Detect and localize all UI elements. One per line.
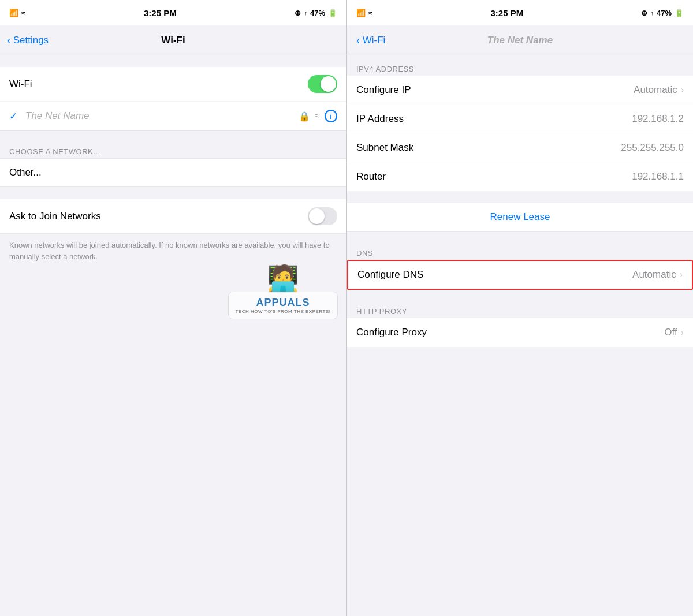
renew-lease-button[interactable]: Renew Lease	[347, 203, 693, 231]
signal-icon: 📶	[9, 9, 18, 17]
right-status-bar: 📶 ≈ 3:25 PM ⊕ ↑ 47% 🔋	[347, 0, 693, 25]
dns-header: DNS	[347, 243, 693, 260]
ask-to-join-description: Known networks will be joined automatica…	[0, 234, 346, 271]
right-battery-icon: 🔋	[675, 9, 684, 17]
right-status-time: 3:25 PM	[490, 8, 523, 18]
http-proxy-header: HTTP PROXY	[347, 301, 693, 318]
watermark-logo: APPUALS	[236, 297, 331, 309]
watermark-sub: TECH HOW-TO'S FROM THE EXPERTS!	[236, 309, 331, 314]
left-status-bar: 📶 ≈ 3:25 PM ⊕ ↑ 47% 🔋	[0, 0, 346, 25]
router-row[interactable]: Router 192.168.1.1	[347, 162, 693, 191]
ipv4-header: IPV4 ADDRESS	[347, 60, 693, 76]
right-nav-bar: ‹ Wi-Fi The Net Name	[347, 25, 693, 55]
network-info-button[interactable]: i	[325, 110, 337, 122]
network-icons: 🔒 ≈ i	[299, 110, 337, 122]
configure-proxy-label: Configure Proxy	[356, 327, 427, 338]
ask-to-join-toggle[interactable]	[308, 207, 337, 225]
right-panel: 📶 ≈ 3:25 PM ⊕ ↑ 47% 🔋 ‹ Wi-Fi The Net Na…	[346, 0, 693, 616]
back-label[interactable]: Settings	[13, 35, 49, 46]
right-back-chevron-icon: ‹	[356, 33, 360, 47]
left-nav-bar: ‹ Settings Wi-Fi	[0, 25, 346, 55]
configure-ip-row[interactable]: Configure IP Automatic ›	[347, 76, 693, 104]
http-proxy-section: HTTP PROXY Configure Proxy Off ›	[347, 301, 693, 347]
left-status-left: 📶 ≈	[9, 9, 25, 17]
left-status-time: 3:25 PM	[144, 8, 177, 18]
ip-address-value: 192.168.1.2	[632, 113, 684, 125]
connected-network-row[interactable]: ✓ The Net Name 🔒 ≈ i	[0, 102, 346, 131]
subnet-mask-row[interactable]: Subnet Mask 255.255.255.0	[347, 133, 693, 162]
right-arrow-icon: ↑	[650, 9, 654, 16]
lock-icon: 🔒	[299, 111, 310, 122]
battery-percent: 47%	[310, 9, 325, 17]
ask-to-join-row[interactable]: Ask to Join Networks	[0, 199, 346, 234]
subnet-mask-label: Subnet Mask	[356, 142, 413, 154]
subnet-mask-value: 255.255.255.0	[621, 142, 684, 154]
configure-dns-row[interactable]: Configure DNS Automatic ›	[347, 260, 693, 290]
watermark: 🧑‍💻 APPUALS TECH HOW-TO'S FROM THE EXPER…	[225, 266, 341, 319]
wifi-status-icon: ≈	[21, 9, 25, 17]
right-wifi-icon: ≈	[368, 9, 372, 17]
ask-to-join-toggle-knob	[309, 208, 325, 224]
right-back-label[interactable]: Wi-Fi	[363, 35, 386, 46]
right-location-icon: ⊕	[641, 9, 647, 17]
proxy-chevron-icon: ›	[681, 327, 684, 338]
configure-dns-label: Configure DNS	[357, 269, 423, 281]
wifi-toggle-section: Wi-Fi	[0, 67, 346, 101]
dns-chevron-icon: ›	[680, 270, 683, 280]
ip-address-row[interactable]: IP Address 192.168.1.2	[347, 104, 693, 133]
choose-network-header: CHOOSE A NETWORK...	[0, 143, 346, 158]
router-label: Router	[356, 171, 386, 182]
wifi-toggle-knob	[321, 76, 336, 92]
right-status-right: ⊕ ↑ 47% 🔋	[641, 9, 684, 17]
router-value: 192.168.1.1	[632, 171, 684, 182]
arrow-icon: ↑	[304, 9, 307, 16]
configure-proxy-row[interactable]: Configure Proxy Off ›	[347, 318, 693, 347]
proxy-settings-group: Configure Proxy Off ›	[347, 318, 693, 347]
right-page-title: The Net Name	[487, 35, 553, 46]
wifi-signal-icon: ≈	[315, 111, 320, 121]
chevron-icon: ›	[681, 85, 684, 95]
right-signal-icon: 📶	[356, 9, 366, 17]
watermark-box: APPUALS TECH HOW-TO'S FROM THE EXPERTS!	[228, 292, 338, 319]
other-label: Other...	[9, 167, 42, 178]
configure-proxy-value: Off ›	[664, 327, 684, 338]
left-status-right: ⊕ ↑ 47% 🔋	[295, 9, 337, 17]
wifi-toggle[interactable]	[308, 75, 337, 93]
right-battery-percent: 47%	[657, 9, 672, 17]
other-network-row[interactable]: Other...	[0, 158, 346, 187]
page-title: Wi-Fi	[161, 35, 185, 46]
wifi-toggle-row[interactable]: Wi-Fi	[0, 67, 346, 101]
right-status-left: 📶 ≈	[356, 9, 372, 17]
ask-to-join-label: Ask to Join Networks	[9, 211, 101, 222]
configure-ip-label: Configure IP	[356, 84, 411, 96]
dns-section: DNS Configure DNS Automatic ›	[347, 243, 693, 290]
settings-back-button[interactable]: ‹ Settings	[7, 33, 49, 47]
renew-lease-section: Renew Lease	[347, 203, 693, 232]
wifi-back-button[interactable]: ‹ Wi-Fi	[356, 33, 385, 47]
wifi-label: Wi-Fi	[9, 79, 32, 90]
location-icon: ⊕	[295, 9, 301, 17]
ask-to-join-section: Ask to Join Networks Known networks will…	[0, 199, 346, 271]
network-name: The Net Name	[25, 110, 293, 122]
ip-settings-section: Configure IP Automatic › IP Address 192.…	[347, 76, 693, 191]
checkmark-icon: ✓	[9, 110, 17, 122]
configure-ip-value: Automatic ›	[634, 84, 684, 96]
battery-icon: 🔋	[328, 9, 337, 17]
back-chevron-icon: ‹	[7, 33, 11, 47]
configure-dns-value: Automatic ›	[632, 269, 683, 281]
ip-address-label: IP Address	[356, 113, 404, 125]
